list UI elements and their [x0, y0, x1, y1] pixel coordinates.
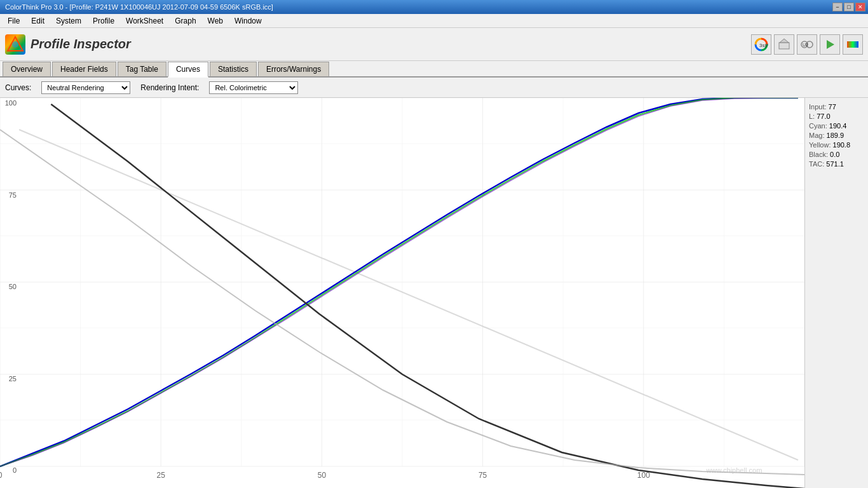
- cyan-label: Cyan:: [809, 122, 827, 130]
- info-tac: TAC: 571.1: [809, 160, 864, 168]
- window-controls: − □ ✕: [832, 3, 865, 11]
- svg-text:3s|Pr: 3s|Pr: [759, 43, 768, 48]
- L-label: L:: [809, 112, 815, 120]
- black-value: 0.0: [830, 151, 839, 158]
- toolbar-icon-3[interactable]: U2: [797, 34, 817, 55]
- mag-label: Mag:: [809, 132, 824, 139]
- menu-system[interactable]: System: [51, 15, 86, 27]
- toolbar-icon-gradient[interactable]: [843, 34, 863, 55]
- toolbar-icon-play[interactable]: [820, 34, 840, 55]
- maximize-button[interactable]: □: [844, 3, 854, 11]
- tac-label: TAC:: [809, 160, 824, 168]
- svg-text:U2: U2: [803, 43, 808, 47]
- info-panel: Input: 77 L: 77.0 Cyan: 190.4 Mag: 189.9…: [804, 98, 868, 488]
- toolbar: Profile Inspector 3s|Pr: [0, 28, 868, 61]
- curves-label: Curves:: [5, 83, 31, 92]
- svg-marker-9: [827, 40, 834, 49]
- svg-point-1: [12, 41, 18, 48]
- toolbar-icons: 3s|Pr U2: [751, 34, 863, 55]
- menu-bar: File Edit System Profile WorkSheet Graph…: [0, 14, 868, 28]
- black-label: Black:: [809, 151, 828, 158]
- tab-tag-table[interactable]: Tag Table: [118, 62, 166, 76]
- svg-text:75: 75: [478, 471, 487, 480]
- tac-value: 571.1: [826, 160, 844, 168]
- chart-svg: 100 75 50 25 0 0 25 50 75 100 www.chiphe…: [0, 98, 804, 488]
- curves-select[interactable]: Neutral Rendering Perceptual Saturation: [41, 81, 130, 94]
- tab-statistics[interactable]: Statistics: [210, 62, 257, 76]
- svg-rect-10: [847, 41, 858, 48]
- svg-text:25: 25: [156, 471, 165, 480]
- rendering-intent-select[interactable]: Rel. Colorimetric Abs. Colorimetric Perc…: [209, 81, 298, 94]
- info-yellow: Yellow: 190.8: [809, 141, 864, 149]
- svg-text:100: 100: [637, 471, 650, 480]
- tab-header-fields[interactable]: Header Fields: [52, 62, 116, 76]
- window-title: ColorThink Pro 3.0 - [Profile: P241W 1X1…: [3, 3, 273, 11]
- info-cyan: Cyan: 190.4: [809, 122, 864, 130]
- toolbar-icon-2[interactable]: [774, 34, 794, 55]
- mag-value: 189.9: [827, 132, 844, 139]
- menu-file[interactable]: File: [3, 15, 25, 27]
- close-button[interactable]: ✕: [855, 3, 865, 11]
- info-input: Input: 77: [809, 103, 864, 111]
- svg-marker-5: [780, 39, 789, 43]
- svg-text:www.chiphell.com: www.chiphell.com: [706, 466, 763, 474]
- menu-graph[interactable]: Graph: [170, 15, 201, 27]
- app-logo: [5, 34, 25, 55]
- tab-overview[interactable]: Overview: [3, 62, 51, 76]
- L-value: 77.0: [817, 112, 830, 120]
- menu-edit[interactable]: Edit: [26, 15, 50, 27]
- svg-text:50: 50: [318, 471, 327, 480]
- rendering-intent-label: Rendering Intent:: [140, 83, 199, 92]
- app-title: Profile Inspector: [31, 37, 131, 51]
- title-bar: ColorThink Pro 3.0 - [Profile: P241W 1X1…: [0, 0, 868, 14]
- info-mag: Mag: 189.9: [809, 132, 864, 139]
- tab-errors-warnings[interactable]: Errors/Warnings: [258, 62, 329, 76]
- tab-curves[interactable]: Curves: [168, 62, 208, 78]
- input-label: Input:: [809, 103, 827, 111]
- info-black: Black: 0.0: [809, 151, 864, 158]
- menu-profile[interactable]: Profile: [88, 15, 119, 27]
- menu-web[interactable]: Web: [203, 15, 228, 27]
- minimize-button[interactable]: −: [832, 3, 843, 11]
- main-content: 100 75 50 25 0 0 25 50 75 100 www.chiphe…: [0, 98, 868, 488]
- tab-bar: Overview Header Fields Tag Table Curves …: [0, 61, 868, 78]
- input-value: 77: [829, 103, 836, 111]
- chart-area: 100 75 50 25 0 0 25 50 75 100 www.chiphe…: [0, 98, 804, 488]
- options-bar: Curves: Neutral Rendering Perceptual Sat…: [0, 78, 868, 98]
- toolbar-icon-colorwheel[interactable]: 3s|Pr: [751, 34, 771, 55]
- menu-window[interactable]: Window: [229, 15, 267, 27]
- info-L: L: 77.0: [809, 112, 864, 120]
- svg-rect-4: [779, 43, 789, 49]
- yellow-label: Yellow:: [809, 141, 831, 149]
- cyan-value: 190.4: [829, 122, 847, 130]
- svg-text:0: 0: [0, 471, 3, 480]
- yellow-value: 190.8: [833, 141, 851, 149]
- menu-worksheet[interactable]: WorkSheet: [121, 15, 168, 27]
